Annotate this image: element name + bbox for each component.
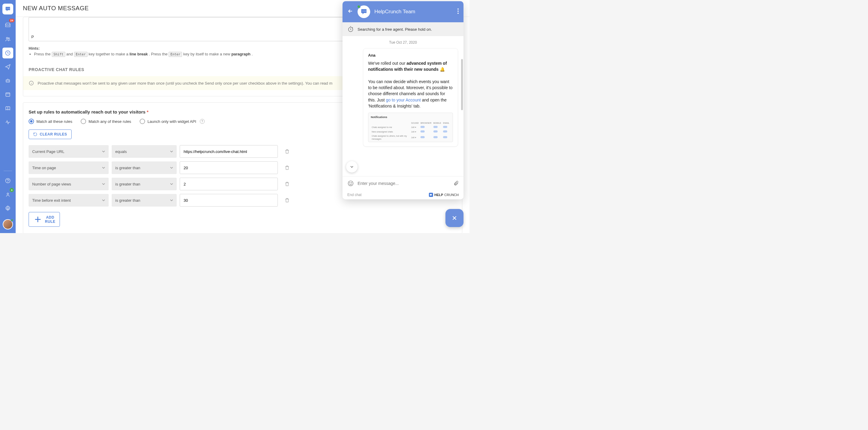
arrow-left-icon xyxy=(347,8,353,14)
rule-operator-select[interactable]: is greater than xyxy=(112,162,177,174)
nav-send[interactable] xyxy=(2,61,13,72)
svg-point-19 xyxy=(458,10,459,12)
clear-rules-button[interactable]: CLEAR RULES xyxy=(29,130,72,139)
nav-widget[interactable] xyxy=(2,89,13,100)
chat-team-name: HelpCrunch Team xyxy=(374,9,453,15)
undo-icon xyxy=(33,132,37,136)
rule-value-input[interactable] xyxy=(180,194,278,206)
svg-point-16 xyxy=(364,11,365,11)
radio-match-any[interactable]: Match any of these rules xyxy=(81,119,131,124)
brand-label[interactable]: HELPCRUNCH xyxy=(429,193,459,197)
app-logo[interactable] xyxy=(2,4,13,15)
chevron-down-icon xyxy=(170,166,173,169)
end-chat-button[interactable]: End chat xyxy=(347,193,362,197)
chevron-down-icon xyxy=(102,150,105,153)
sidebar: 24 3 xyxy=(0,0,16,233)
help-icon[interactable]: ? xyxy=(200,119,205,124)
chat-header: HelpCrunch Team xyxy=(342,1,464,22)
rule-value-input[interactable] xyxy=(180,145,278,158)
shift-key: Shift xyxy=(52,52,65,57)
chat-menu-button[interactable] xyxy=(458,8,459,15)
notification-preview-image: Notifications SOUNDBROWSERMOBILEEMAIL Ch… xyxy=(368,113,453,142)
chevron-down-icon xyxy=(170,150,173,153)
chat-date: Tue Oct 27, 2020 xyxy=(348,40,458,45)
svg-point-17 xyxy=(365,11,366,11)
emoji-icon[interactable] xyxy=(347,180,354,187)
trash-icon[interactable] xyxy=(284,181,290,187)
radio-widget-api[interactable]: Launch only with widget API ? xyxy=(140,119,205,124)
rule-value-input[interactable] xyxy=(180,178,278,190)
enter-key-2: Enter xyxy=(168,52,182,57)
user-avatar[interactable] xyxy=(3,219,13,229)
nav-settings[interactable] xyxy=(2,203,13,214)
svg-point-0 xyxy=(7,8,7,9)
chat-scrollbar[interactable] xyxy=(461,59,463,110)
chevron-down-icon xyxy=(102,182,105,185)
info-icon xyxy=(29,80,34,86)
trash-icon[interactable] xyxy=(284,165,290,170)
rule-operator-select[interactable]: equals xyxy=(112,145,177,158)
chevron-down-icon xyxy=(102,199,105,202)
trash-icon[interactable] xyxy=(284,198,290,203)
nav-auto-messages[interactable] xyxy=(2,48,13,58)
chat-close-fab[interactable] xyxy=(445,209,464,227)
close-icon xyxy=(451,215,458,221)
rule-operator-select[interactable]: is greater than xyxy=(112,194,177,206)
rule-operator-select[interactable]: is greater than xyxy=(112,178,177,190)
chevron-down-icon xyxy=(349,165,354,169)
inbox-badge: 24 xyxy=(9,19,14,22)
dots-vertical-icon xyxy=(458,8,459,14)
trash-icon[interactable] xyxy=(284,149,290,154)
rule-field-select[interactable]: Number of page views xyxy=(29,178,108,190)
svg-point-1 xyxy=(8,8,8,9)
rule-value-input[interactable] xyxy=(180,162,278,174)
add-rule-button[interactable]: ADD RULE xyxy=(29,212,60,227)
nav-inbox[interactable]: 24 xyxy=(2,20,13,31)
chat-input-area xyxy=(342,176,464,190)
svg-point-2 xyxy=(9,8,10,9)
radio-match-all[interactable]: Match all these rules xyxy=(29,119,72,124)
svg-point-12 xyxy=(7,193,9,195)
chevron-down-icon xyxy=(170,182,173,185)
svg-point-24 xyxy=(351,182,352,183)
presence-dot-icon xyxy=(357,5,361,8)
svg-point-4 xyxy=(8,38,9,39)
nav-team[interactable]: 3 xyxy=(2,189,13,200)
svg-point-20 xyxy=(458,13,459,14)
svg-point-13 xyxy=(7,208,9,209)
svg-point-11 xyxy=(8,182,8,182)
chat-back-button[interactable] xyxy=(347,8,353,16)
chat-body[interactable]: Tue Oct 27, 2020 Ana We've rolled out ou… xyxy=(342,36,464,176)
team-badge: 3 xyxy=(10,188,14,192)
attachment-icon[interactable] xyxy=(453,181,459,186)
nav-knowledge[interactable] xyxy=(2,103,13,114)
stopwatch-icon xyxy=(347,26,354,32)
account-link[interactable]: go to your Account xyxy=(386,97,421,103)
nav-contacts[interactable] xyxy=(2,34,13,45)
page-title: NEW AUTO MESSAGE xyxy=(23,5,89,12)
presence-dot-icon xyxy=(10,219,13,222)
svg-rect-9 xyxy=(6,93,10,96)
rule-field-select[interactable]: Time on page xyxy=(29,162,108,174)
rule-field-select[interactable]: Time before exit intent xyxy=(29,194,108,206)
chevron-down-icon xyxy=(102,166,105,169)
chevron-down-icon xyxy=(170,199,173,202)
enter-key: Enter xyxy=(74,52,88,57)
svg-point-3 xyxy=(6,37,8,39)
svg-point-7 xyxy=(7,81,7,81)
svg-point-18 xyxy=(458,8,459,10)
nav-help[interactable] xyxy=(2,175,13,186)
chat-message-input[interactable] xyxy=(358,181,450,186)
chat-message: Ana We've rolled out our advanced system… xyxy=(363,48,458,147)
plus-icon xyxy=(33,215,42,224)
nav-activity[interactable] xyxy=(2,117,13,128)
rule-field-select[interactable]: Current Page URL xyxy=(29,145,108,158)
nav-bot[interactable] xyxy=(2,75,13,86)
chat-status-bar: Searching for a free agent. Please hold … xyxy=(342,22,464,36)
svg-point-8 xyxy=(8,81,9,81)
svg-point-22 xyxy=(348,181,353,186)
scroll-down-button[interactable] xyxy=(346,161,358,173)
chat-widget: HelpCrunch Team Searching for a free age… xyxy=(342,1,464,199)
chat-footer: End chat HELPCRUNCH xyxy=(342,190,464,199)
svg-point-23 xyxy=(349,182,350,183)
